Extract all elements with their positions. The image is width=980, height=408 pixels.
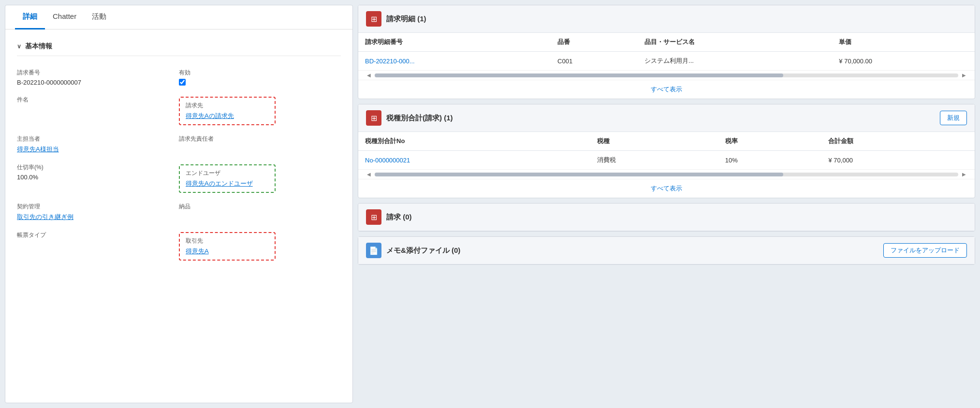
invoice-lines-card-header: ⊞ 請求明細 (1): [358, 5, 975, 33]
row-tax-rate: 10%: [718, 151, 822, 170]
scroll-thumb: [375, 73, 783, 77]
tax-show-all[interactable]: すべて表示: [358, 179, 975, 198]
field-owner: 主担当者 得意先A様担当: [17, 130, 179, 159]
field-contract: 契約管理 取引先の引き継ぎ例: [17, 198, 179, 226]
col-header-item-name: 品目・サービス名: [638, 33, 832, 52]
chevron-down-icon[interactable]: ∨: [17, 43, 21, 50]
billing-to-label: 請求先: [186, 102, 269, 110]
field-account-wrapper: 取引先 得意先A: [179, 226, 341, 265]
invoice-card-icon: ⊞: [366, 209, 381, 225]
field-subject: 件名: [17, 91, 179, 130]
tax-scroll-left[interactable]: ◀: [365, 172, 373, 177]
tax-card-icon: ⊞: [366, 110, 381, 126]
tax-header-left: ⊞ 税種別合計(請求) (1): [366, 110, 453, 126]
end-user-dashed-box: エンドユーザ 得意先Aのエンドユーザ: [179, 164, 276, 193]
invoice-header-left: ⊞ 請求 (0): [366, 209, 412, 225]
row-item: C001: [551, 52, 638, 71]
invoice-lines-table-container: 請求明細番号 品番 品目・サービス名 単価 BD-202210-000... C…: [358, 33, 975, 80]
field-billing-to-wrapper: 請求先 得意先Aの請求先: [179, 91, 341, 130]
tab-activity[interactable]: 活動: [84, 5, 114, 29]
billing-to-value[interactable]: 得意先Aの請求先: [186, 112, 269, 120]
invoice-number-value: B-202210-0000000007: [17, 79, 179, 86]
tax-scroll-thumb: [375, 173, 783, 176]
tax-card-header: ⊞ 税種別合計(請求) (1) 新規: [358, 104, 975, 132]
attachment-card-title: メモ&添付ファイル (0): [386, 246, 460, 255]
tab-chatter[interactable]: Chatter: [45, 5, 84, 29]
invoice-card-header: ⊞ 請求 (0): [358, 204, 975, 231]
subject-label: 件名: [17, 96, 179, 104]
tax-scroll-track: [375, 173, 958, 176]
field-discount: 仕切率(%) 100.0%: [17, 159, 179, 198]
scroll-track: [375, 73, 958, 77]
attachment-header-left: 📄 メモ&添付ファイル (0): [366, 243, 460, 258]
field-delivery: 納品: [179, 198, 341, 226]
invoice-lines-icon: ⊞: [366, 11, 381, 27]
row-number[interactable]: BD-202210-000...: [358, 52, 551, 71]
invoice-number-label: 請求番号: [17, 69, 179, 77]
row-unit-price: ¥ 70,000.00: [832, 52, 975, 71]
invoice-card: ⊞ 請求 (0): [358, 203, 975, 232]
invoice-lines-show-all[interactable]: すべて表示: [358, 80, 975, 99]
table-row: BD-202210-000... C001 システム利用月... ¥ 70,00…: [358, 52, 975, 71]
col-tax-no: 税種別合計No: [358, 132, 590, 151]
field-billing-manager: 請求先責任者: [179, 130, 341, 159]
col-header-number: 請求明細番号: [358, 33, 551, 52]
tabs-container: 詳細 Chatter 活動: [5, 5, 352, 29]
left-panel: 詳細 Chatter 活動 ∨ 基本情報 請求番号 B-202210-00000…: [5, 5, 353, 403]
account-label: 取引先: [186, 237, 269, 245]
valid-label: 有効: [179, 69, 341, 77]
invoice-lines-table: 請求明細番号 品番 品目・サービス名 単価 BD-202210-000... C…: [358, 33, 975, 71]
tax-new-button[interactable]: 新規: [940, 111, 967, 125]
scroll-right-arrow[interactable]: ▶: [960, 73, 968, 78]
scroll-left-arrow[interactable]: ◀: [365, 73, 373, 78]
tax-scroll-right[interactable]: ▶: [960, 172, 968, 177]
col-tax-type: 税種: [590, 132, 718, 151]
section-header-basic: ∨ 基本情報: [17, 37, 341, 56]
invoice-lines-scrollbar: ◀ ▶: [358, 71, 975, 80]
invoice-lines-header-left: ⊞ 請求明細 (1): [366, 11, 426, 27]
attachment-card: 📄 メモ&添付ファイル (0) ファイルをアップロード: [358, 236, 975, 265]
row-item-name: システム利用月...: [638, 52, 832, 71]
tax-card: ⊞ 税種別合計(請求) (1) 新規 税種別合計No 税種 税率 合計金額: [358, 104, 975, 198]
account-dashed-box: 取引先 得意先A: [179, 232, 276, 261]
col-tax-total: 合計金額: [821, 132, 975, 151]
tax-card-title: 税種別合計(請求) (1): [386, 114, 453, 123]
col-tax-rate: 税率: [718, 132, 822, 151]
delivery-label: 納品: [179, 203, 341, 211]
discount-value: 100.0%: [17, 174, 179, 181]
tax-table-container: 税種別合計No 税種 税率 合計金額 No-0000000021 消費税 10%…: [358, 132, 975, 179]
billing-to-dashed-box: 請求先 得意先Aの請求先: [179, 97, 276, 125]
field-end-user-wrapper: エンドユーザ 得意先Aのエンドユーザ: [179, 159, 341, 198]
account-value[interactable]: 得意先A: [186, 247, 269, 256]
billing-manager-label: 請求先責任者: [179, 135, 341, 143]
end-user-value[interactable]: 得意先Aのエンドユーザ: [186, 179, 269, 188]
discount-label: 仕切率(%): [17, 163, 179, 172]
row-tax-total: ¥ 70,000: [821, 151, 975, 170]
contract-label: 契約管理: [17, 203, 179, 211]
field-valid: 有効: [179, 64, 341, 91]
owner-label: 主担当者: [17, 135, 179, 143]
tab-detail[interactable]: 詳細: [15, 5, 45, 29]
invoice-card-title: 請求 (0): [386, 213, 412, 222]
tax-scrollbar: ◀ ▶: [358, 170, 975, 179]
right-panel: ⊞ 請求明細 (1) 請求明細番号 品番 品目・サービス名 単価: [358, 5, 975, 403]
owner-value[interactable]: 得意先A様担当: [17, 145, 179, 154]
fields-grid: 請求番号 B-202210-0000000007 有効 件名 請求先: [17, 64, 341, 265]
valid-checkbox[interactable]: [179, 79, 186, 86]
contract-value[interactable]: 取引先の引き継ぎ例: [17, 213, 179, 221]
col-header-unit-price: 単価: [832, 33, 975, 52]
attachment-card-header: 📄 メモ&添付ファイル (0) ファイルをアップロード: [358, 237, 975, 264]
section-title: 基本情報: [25, 42, 52, 51]
invoice-lines-title: 請求明細 (1): [386, 15, 426, 24]
tax-table: 税種別合計No 税種 税率 合計金額 No-0000000021 消費税 10%…: [358, 132, 975, 170]
field-invoice-number: 請求番号 B-202210-0000000007: [17, 64, 179, 91]
invoice-lines-card: ⊞ 請求明細 (1) 請求明細番号 品番 品目・サービス名 単価: [358, 5, 975, 99]
field-form-type: 帳票タイプ: [17, 226, 179, 265]
valid-checkbox-wrapper: [179, 79, 341, 86]
row-tax-type: 消費税: [590, 151, 718, 170]
row-tax-no[interactable]: No-0000000021: [358, 151, 590, 170]
form-type-label: 帳票タイプ: [17, 231, 179, 239]
end-user-label: エンドユーザ: [186, 169, 269, 177]
left-content: ∨ 基本情報 請求番号 B-202210-0000000007 有効: [5, 29, 352, 403]
upload-button[interactable]: ファイルをアップロード: [883, 243, 967, 258]
